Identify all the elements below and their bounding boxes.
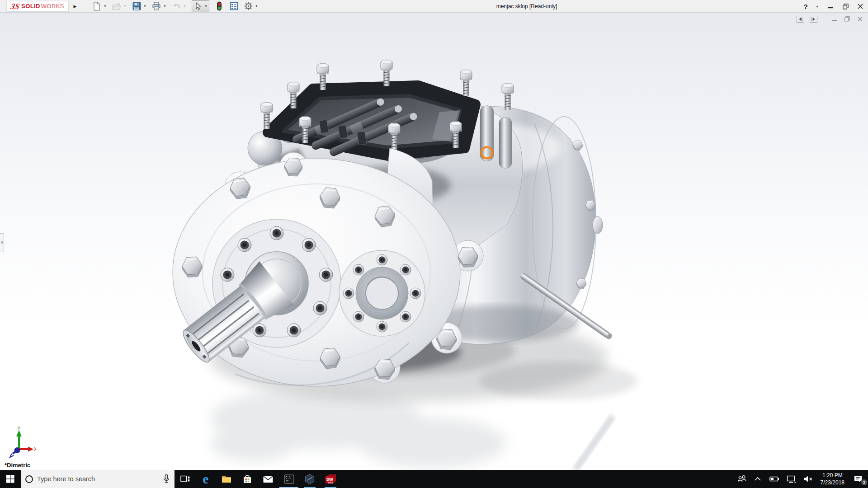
taskbar-solidworks-button[interactable]: SW 2017 (320, 470, 341, 488)
chevron-up-icon (754, 477, 761, 481)
pane-right-button[interactable] (810, 16, 817, 23)
doc-close-icon (858, 17, 863, 22)
edge-icon: e (203, 473, 209, 486)
start-button[interactable] (0, 470, 21, 488)
save-dropdown[interactable]: ▾ (142, 1, 147, 12)
doc-close-button[interactable] (856, 15, 863, 23)
pane-left-button[interactable] (797, 16, 804, 23)
minimize-icon (828, 4, 833, 9)
file-explorer-icon (221, 474, 232, 483)
splitter-dot (1, 241, 3, 244)
cmd-prompt-glyph: C:\ (285, 476, 291, 479)
command-prompt-icon: C:\ (284, 474, 294, 484)
view-orientation-label: *Dimetric (5, 462, 30, 469)
options-dropdown[interactable]: ▾ (254, 1, 259, 12)
file-properties-icon (230, 2, 238, 10)
pane-left-icon (798, 17, 803, 21)
feature-pane-splitter-handle[interactable] (0, 233, 4, 252)
people-icon (737, 475, 747, 483)
clock-time: 1:20 PM (821, 472, 844, 479)
select-tool-button[interactable] (193, 1, 203, 12)
document-title: menjac sklop [Read-only] (496, 3, 557, 9)
taskbar-clock[interactable]: 1:20 PM 7/23/2018 (817, 472, 848, 486)
restore-button[interactable] (841, 2, 849, 11)
solidworks-logo-solid: SOLID (21, 3, 40, 9)
solidworks-window: 3S SOLIDWORKS ▶ ▾ ▾ (0, 0, 868, 488)
windows-taskbar: e C:\ (0, 470, 868, 488)
document-window-controls (797, 15, 863, 23)
battery-charging-icon (769, 476, 779, 482)
volume-button[interactable] (800, 470, 817, 488)
restore-icon (843, 4, 849, 9)
hexagon-app-icon (304, 474, 315, 484)
undo-icon (172, 2, 181, 10)
solidworks-2017-icon: SW 2017 (325, 474, 336, 485)
undo-button[interactable] (171, 1, 182, 12)
network-button[interactable] (783, 470, 800, 488)
taskbar-file-explorer-button[interactable] (216, 470, 237, 488)
pane-right-icon (811, 17, 816, 21)
task-view-icon (180, 475, 190, 483)
taskbar-store-button[interactable] (237, 470, 258, 488)
task-view-button[interactable] (175, 470, 195, 488)
options-button[interactable] (243, 1, 254, 12)
search-input[interactable] (37, 475, 159, 483)
windows-logo-icon (6, 475, 14, 483)
notification-badge: 3 (861, 479, 868, 486)
taskbar-search[interactable] (21, 470, 175, 488)
new-document-button[interactable] (91, 1, 102, 12)
part-side-cover[interactable] (339, 250, 425, 336)
taskbar-mail-button[interactable] (258, 470, 278, 488)
open-icon (112, 2, 121, 10)
battery-button[interactable] (765, 470, 783, 488)
minimize-button[interactable] (826, 2, 835, 11)
cortana-icon (25, 475, 33, 483)
doc-minimize-icon (832, 17, 837, 22)
print-icon (152, 2, 161, 10)
solidworks-logo-mark: 3S (10, 2, 21, 10)
print-button[interactable] (151, 1, 162, 12)
help-dropdown[interactable]: ▾ (815, 1, 820, 12)
solidworks-logo: 3S SOLIDWORKS (6, 1, 69, 12)
mail-icon (263, 475, 274, 483)
graphics-area[interactable]: Y X *Dimetric (0, 13, 868, 470)
menu-expand-button[interactable]: ▶ (71, 1, 80, 12)
save-button[interactable] (131, 1, 142, 12)
quick-access-toolbar: ▾ ▾ ▾ (91, 0, 259, 12)
system-tray: 1:20 PM 7/23/2018 3 (733, 470, 868, 488)
select-tool-group: ▾ (192, 0, 209, 12)
tray-overflow-button[interactable] (750, 470, 765, 488)
save-icon (132, 2, 141, 10)
rebuild-traffic-light-button[interactable] (214, 1, 225, 12)
gearbox-model[interactable] (0, 13, 868, 470)
new-document-icon (93, 2, 101, 11)
action-center-button[interactable]: 3 (848, 470, 868, 488)
traffic-light-icon (217, 1, 222, 11)
new-document-dropdown[interactable]: ▾ (103, 1, 108, 12)
file-properties-button[interactable] (228, 1, 239, 12)
select-tool-dropdown[interactable]: ▾ (203, 1, 208, 12)
window-controls: ? ▾ (804, 0, 864, 13)
orientation-triad: Y X (7, 426, 36, 458)
doc-restore-button[interactable] (844, 15, 851, 23)
select-cursor-icon (194, 2, 202, 10)
doc-restore-icon (844, 16, 850, 22)
microphone-icon[interactable] (163, 474, 170, 484)
taskbar-hexagon-app-button[interactable] (299, 470, 320, 488)
open-dropdown[interactable]: ▾ (123, 1, 127, 12)
close-button[interactable] (856, 2, 864, 11)
doc-minimize-button[interactable] (831, 15, 838, 23)
print-dropdown[interactable]: ▾ (162, 1, 167, 12)
ethernet-network-icon (787, 475, 796, 483)
title-bar: 3S SOLIDWORKS ▶ ▾ ▾ (0, 0, 868, 13)
close-icon (858, 4, 863, 9)
undo-dropdown[interactable]: ▾ (182, 1, 187, 12)
taskbar-edge-button[interactable]: e (195, 470, 216, 488)
microsoft-store-icon (242, 474, 252, 484)
open-button[interactable] (111, 1, 122, 12)
solidworks-logo-works: WORKS (41, 3, 64, 9)
people-button[interactable] (733, 470, 750, 488)
help-button[interactable]: ? (804, 3, 808, 10)
speaker-muted-icon (803, 475, 813, 483)
taskbar-cmd-button[interactable]: C:\ (278, 470, 299, 488)
